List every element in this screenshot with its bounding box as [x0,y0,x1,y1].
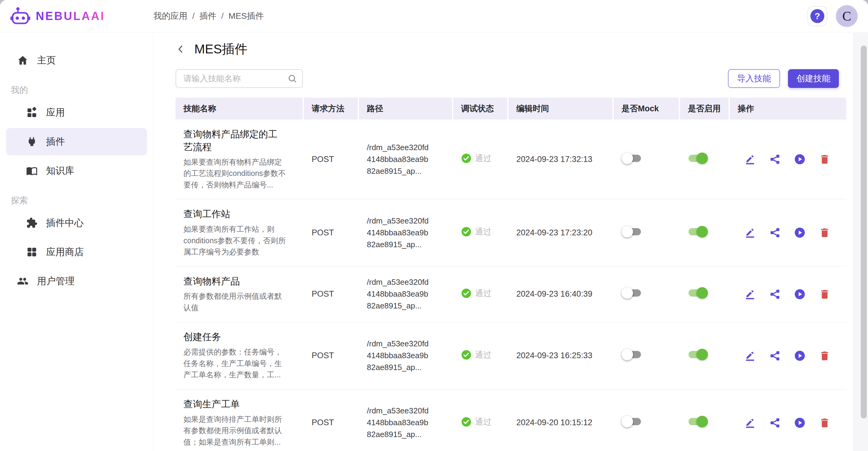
skill-name: 查询工作站 [183,208,286,220]
status-label: 通过 [475,350,492,360]
table-header-row: 技能名称请求方法路径调试状态编辑时间是否Mock是否启用操作 [176,98,846,120]
sidebar-item-knowledge[interactable]: 知识库 [6,157,147,184]
edit-time: 2024-09-23 17:23:20 [516,228,592,237]
mock-toggle[interactable] [621,152,642,164]
sidebar-item-home[interactable]: 主页 [6,47,147,74]
scrollbar-track[interactable] [854,33,868,451]
sidebar-item-plugins[interactable]: 插件 [6,128,147,155]
run-icon[interactable] [794,153,806,165]
delete-icon[interactable] [819,350,830,362]
mock-toggle[interactable] [621,416,642,428]
search-box [176,69,303,88]
mock-toggle[interactable] [621,349,642,361]
robot-logo-icon [9,6,32,26]
enable-toggle[interactable] [688,226,708,238]
page-header: MES插件 [176,41,839,58]
status-label: 通过 [475,416,492,427]
breadcrumb-my-apps[interactable]: 我的应用 [153,10,187,22]
share-icon[interactable] [769,153,781,165]
sidebar-item-label: 插件中心 [46,216,84,229]
breadcrumb-plugins[interactable]: 插件 [199,10,216,22]
share-icon[interactable] [769,289,781,300]
share-icon[interactable] [769,350,781,362]
api-path: /rdm_a53ee320fd4148bbaa83ea9b82ae8915_ap… [367,215,431,250]
sidebar-item-app-store[interactable]: 应用商店 [6,238,147,266]
sidebar-item-user-management[interactable]: 用户管理 [6,268,147,295]
edit-time: 2024-09-23 16:40:39 [516,289,592,298]
edit-icon[interactable] [744,153,756,165]
book-icon [26,165,38,177]
search-input[interactable] [176,69,303,88]
skill-description: 必需提供的参数：任务编号，任务名称，生产工单编号，生产工单名称，生产数量，工..… [183,347,286,381]
help-button[interactable]: ? [807,6,827,26]
table-row: 查询生产工单 如果是查询待排产工单时则所有参数都使用示例值或者默认值；如果是查询… [176,389,846,451]
sidebar-item-apps[interactable]: 应用 [6,99,147,126]
sidebar-section-mine: 我的 [11,84,153,96]
skill-name: 创建任务 [183,331,286,343]
table-row: 创建任务 必需提供的参数：任务编号，任务名称，生产工单编号，生产工单名称，生产数… [176,322,846,389]
request-method: POST [312,155,334,164]
enable-toggle[interactable] [688,152,708,164]
column-header-7: 操作 [730,98,846,120]
check-circle-icon [461,417,471,427]
skill-description: 如果要查询所有物料产品绑定的工艺流程则conditions参数不要传，否则物料产… [183,156,286,191]
column-header-0: 技能名称 [176,98,304,120]
breadcrumb-separator: / [192,11,195,21]
column-header-2: 路径 [359,98,453,120]
row-actions [738,417,840,428]
share-icon[interactable] [769,417,781,428]
enable-toggle[interactable] [688,416,708,428]
import-skill-button[interactable]: 导入技能 [728,69,780,88]
share-icon[interactable] [769,227,781,238]
column-header-1: 请求方法 [304,98,359,120]
enable-toggle[interactable] [688,349,708,361]
column-header-3: 调试状态 [453,98,508,120]
run-icon[interactable] [794,417,806,428]
api-path: /rdm_a53ee320fd4148bbaa83ea9b82ae8915_ap… [367,142,431,177]
header-buttons: 导入技能 创建技能 [728,69,839,88]
breadcrumb-current: MES插件 [228,10,264,22]
check-circle-icon [461,153,471,163]
debug-status: 通过 [461,226,492,237]
row-actions [738,153,840,165]
brand[interactable]: NEBULAAI [0,6,153,26]
edit-icon[interactable] [744,350,756,362]
api-path: /rdm_a53ee320fd4148bbaa83ea9b82ae8915_ap… [367,338,431,373]
sidebar-item-label: 应用 [46,106,65,119]
search-icon[interactable] [287,73,298,84]
users-icon [17,275,29,287]
run-icon[interactable] [794,227,806,238]
delete-icon[interactable] [819,153,830,165]
debug-status: 通过 [461,153,492,164]
back-icon[interactable] [176,44,186,55]
page-title: MES插件 [194,41,247,58]
delete-icon[interactable] [819,417,830,428]
delete-icon[interactable] [819,289,830,300]
sidebar: 主页我的应用插件知识库探索插件中心应用商店用户管理 [0,33,153,451]
edit-icon[interactable] [744,289,756,300]
scrollbar-thumb[interactable] [861,46,867,419]
run-icon[interactable] [794,289,806,300]
run-icon[interactable] [794,350,806,362]
mock-toggle[interactable] [621,226,642,238]
skills-table: 技能名称请求方法路径调试状态编辑时间是否Mock是否启用操作 查询物料产品绑定的… [176,98,846,451]
puzzle-icon [26,217,38,229]
delete-icon[interactable] [819,227,830,238]
edit-icon[interactable] [744,227,756,238]
top-bar: NEBULAAI 我的应用 / 插件 / MES插件 ? C [0,0,868,32]
status-label: 通过 [475,288,492,299]
user-avatar[interactable]: C [836,5,858,27]
skill-name: 查询物料产品 [183,275,286,288]
enable-toggle[interactable] [688,287,708,299]
debug-status: 通过 [461,416,492,427]
mock-toggle[interactable] [621,287,642,299]
table-row: 查询物料产品绑定的工艺流程 如果要查询所有物料产品绑定的工艺流程则conditi… [176,120,846,199]
skill-description: 如果是查询待排产工单时则所有参数都使用示例值或者默认值；如果是查询所有工单则..… [183,414,286,448]
store-icon [26,246,38,258]
apps-icon [26,107,38,118]
create-skill-button[interactable]: 创建技能 [788,69,839,88]
sidebar-section-explore: 探索 [11,195,153,206]
sidebar-item-plugin-center[interactable]: 插件中心 [6,209,147,237]
edit-icon[interactable] [744,417,756,428]
skill-name: 查询生产工单 [183,398,286,411]
